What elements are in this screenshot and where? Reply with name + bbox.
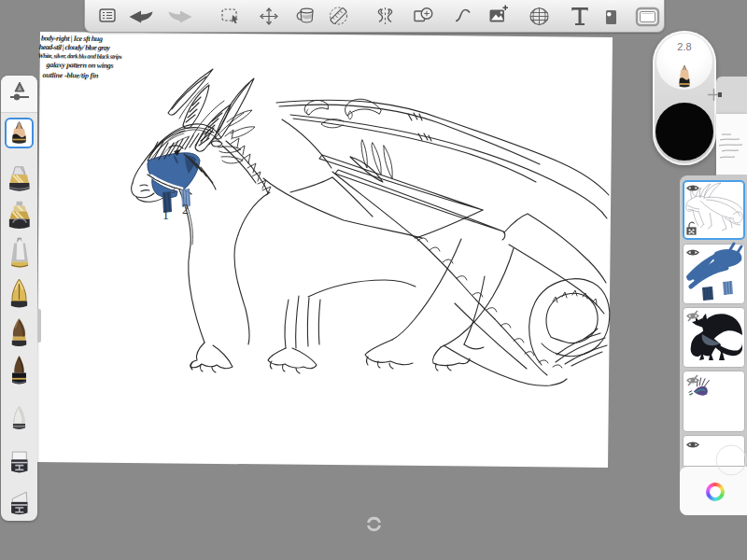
svg-text:White, silver, dark blu and bl: White, silver, dark blu and black strips <box>38 52 122 60</box>
svg-text:1: 1 <box>162 208 169 222</box>
svg-text:outline -blue/tip fin: outline -blue/tip fin <box>42 71 99 80</box>
svg-text:3: 3 <box>171 185 176 195</box>
svg-text:galaxy pattern on wings: galaxy pattern on wings <box>46 61 114 70</box>
svg-text:head-stil | cloudy/ blue gray: head-stil | cloudy/ blue gray <box>39 43 111 52</box>
svg-text:2: 2 <box>182 203 189 217</box>
svg-text:body-right | Ice sft hug: body-right | Ice sft hug <box>41 35 103 44</box>
